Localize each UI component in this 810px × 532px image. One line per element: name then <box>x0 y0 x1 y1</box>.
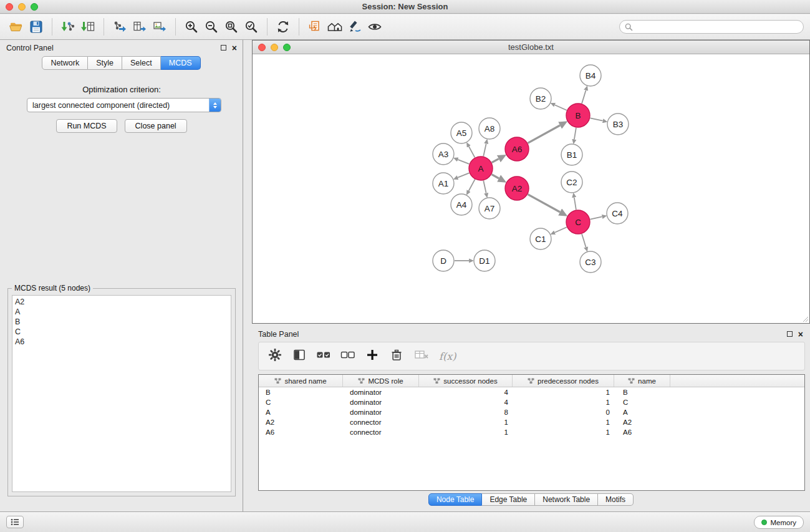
table-cell[interactable]: 8 <box>419 409 513 416</box>
edge-B-B2[interactable] <box>555 105 567 110</box>
table-cell[interactable]: A2 <box>259 418 343 426</box>
network-window-titlebar[interactable]: testGlobe.txt <box>253 41 809 54</box>
tab-select[interactable]: Select <box>122 56 161 70</box>
zoom-out-button[interactable] <box>201 17 221 37</box>
export-image-button[interactable] <box>150 17 170 37</box>
table-cell[interactable]: A <box>259 409 343 416</box>
birds-eye-view-button[interactable] <box>325 17 345 37</box>
edge-A-A5[interactable] <box>469 147 475 158</box>
close-network-window-icon[interactable] <box>258 44 266 51</box>
table-cell[interactable]: connector <box>343 418 419 426</box>
node-B3[interactable]: B3 <box>607 114 629 135</box>
close-window-icon[interactable] <box>6 3 13 11</box>
edge-A6-B[interactable] <box>528 125 561 143</box>
tab-node-table[interactable]: Node Table <box>428 493 483 506</box>
table-cell[interactable]: 1 <box>513 389 614 396</box>
node-C2[interactable]: C2 <box>561 172 582 193</box>
node-A8[interactable]: A8 <box>479 118 500 139</box>
import-table-button[interactable] <box>78 17 98 37</box>
edge-A-A7[interactable] <box>483 181 486 193</box>
select-all-button[interactable] <box>316 347 331 365</box>
edge-A2-C[interactable] <box>528 195 561 212</box>
node-B2[interactable]: B2 <box>530 88 551 109</box>
edge-C-C1[interactable] <box>555 227 567 233</box>
search-input[interactable] <box>636 22 803 31</box>
open-session-button[interactable] <box>6 17 26 37</box>
table-cell[interactable]: dominator <box>343 399 419 406</box>
table-cell[interactable]: A <box>614 409 670 416</box>
node-A6[interactable]: A6 <box>505 137 529 161</box>
node-A[interactable]: A <box>469 157 493 180</box>
table-cell[interactable]: 1 <box>513 428 614 436</box>
network-graph[interactable]: B4B2BB3A8A5A6B1A3AC2A1A2A4A7C4CC1C3DD1 <box>253 55 809 323</box>
tab-network-table[interactable]: Network Table <box>535 493 598 506</box>
node-C1[interactable]: C1 <box>530 228 551 249</box>
edge-B-B3[interactable] <box>591 118 603 120</box>
float-panel-icon[interactable] <box>221 45 226 51</box>
node-A3[interactable]: A3 <box>433 143 454 165</box>
delete-row-button[interactable] <box>389 347 404 365</box>
node-B4[interactable]: B4 <box>580 65 601 86</box>
edge-A-A8[interactable] <box>483 143 486 156</box>
column-header-predecessor-nodes[interactable]: predecessor nodes <box>513 375 614 387</box>
node-D[interactable]: D <box>433 250 454 271</box>
annotation-button[interactable] <box>345 17 365 37</box>
table-cell[interactable]: 4 <box>419 389 513 396</box>
table-cell[interactable]: 1 <box>513 418 614 426</box>
node-C3[interactable]: C3 <box>580 251 601 273</box>
deselect-all-button[interactable] <box>340 347 355 365</box>
column-header-mcds-role[interactable]: MCDS role <box>343 375 419 387</box>
node-D1[interactable]: D1 <box>474 250 495 271</box>
tab-network[interactable]: Network <box>42 56 88 70</box>
export-table-button[interactable] <box>130 17 150 37</box>
close-table-panel-icon[interactable]: × <box>798 326 803 342</box>
table-cell[interactable]: C <box>614 399 670 406</box>
criterion-select[interactable]: largest connected component (directed) <box>27 98 221 112</box>
tab-mcds[interactable]: MCDS <box>161 56 201 70</box>
close-panel-icon[interactable]: × <box>232 40 237 56</box>
memory-button[interactable]: Memory <box>754 516 804 529</box>
zoom-selected-button[interactable] <box>241 17 261 37</box>
run-mcds-button[interactable]: Run MCDS <box>56 119 117 133</box>
edge-A-A4[interactable] <box>469 180 475 191</box>
node-A5[interactable]: A5 <box>451 122 472 143</box>
tab-motifs[interactable]: Motifs <box>598 493 634 506</box>
column-header-shared-name[interactable]: shared name <box>259 375 343 387</box>
mcds-result-list[interactable]: A2ABCA6 <box>12 295 231 492</box>
node-B[interactable]: B <box>566 104 590 127</box>
minimize-network-window-icon[interactable] <box>271 44 278 51</box>
node-B1[interactable]: B1 <box>561 144 582 165</box>
edge-A-A3[interactable] <box>458 160 469 164</box>
table-cell[interactable]: 1 <box>513 399 614 406</box>
tab-style[interactable]: Style <box>88 56 122 70</box>
tab-edge-table[interactable]: Edge Table <box>482 493 535 506</box>
node-C4[interactable]: C4 <box>607 203 628 224</box>
table-cell[interactable]: connector <box>343 428 419 436</box>
table-row[interactable]: A6connector11A6 <box>259 427 804 437</box>
table-cell[interactable]: A6 <box>614 428 670 436</box>
table-row[interactable]: Cdominator41C <box>259 397 804 407</box>
table-cell[interactable]: 1 <box>419 428 513 436</box>
function-builder-button[interactable]: f(x) <box>439 351 456 362</box>
save-session-button[interactable] <box>26 17 46 37</box>
zoom-network-window-icon[interactable] <box>283 44 291 51</box>
node-C[interactable]: C <box>566 210 590 234</box>
edge-B-B4[interactable] <box>582 90 586 104</box>
table-cell[interactable]: B <box>259 389 343 396</box>
zoom-fit-button[interactable] <box>221 17 241 37</box>
add-row-button[interactable] <box>365 347 380 365</box>
show-panels-button[interactable] <box>6 516 24 528</box>
resize-grip-icon[interactable] <box>801 315 809 322</box>
edge-C-C2[interactable] <box>574 198 576 210</box>
edge-A-A1[interactable] <box>458 173 469 177</box>
edge-A-A6[interactable] <box>492 159 499 163</box>
column-header-successor-nodes[interactable]: successor nodes <box>419 375 513 387</box>
edge-C-C3[interactable] <box>582 234 586 247</box>
node-A1[interactable]: A1 <box>433 173 454 194</box>
table-cell[interactable]: A2 <box>614 418 670 426</box>
refresh-button[interactable] <box>273 17 293 37</box>
node-A2[interactable]: A2 <box>505 177 529 200</box>
split-columns-button[interactable] <box>292 347 307 365</box>
float-table-panel-icon[interactable] <box>787 331 793 337</box>
table-cell[interactable]: 0 <box>513 409 614 416</box>
